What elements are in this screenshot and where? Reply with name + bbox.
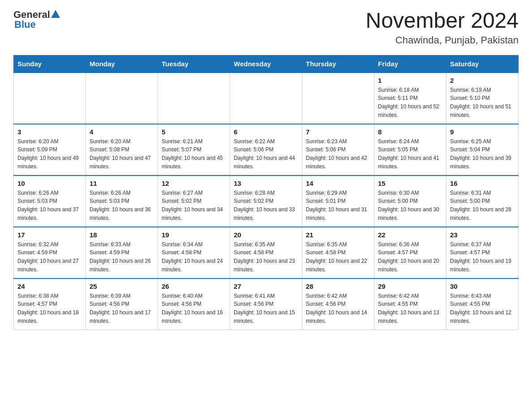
calendar-day-cell: 1Sunrise: 6:18 AMSunset: 5:11 PMDaylight… [374, 73, 446, 124]
calendar-day-cell: 22Sunrise: 6:36 AMSunset: 4:57 PMDayligh… [374, 227, 446, 278]
calendar-day-cell: 24Sunrise: 6:38 AMSunset: 4:57 PMDayligh… [14, 278, 86, 330]
calendar-week-row: 3Sunrise: 6:20 AMSunset: 5:09 PMDaylight… [14, 124, 519, 176]
calendar-day-cell: 10Sunrise: 6:26 AMSunset: 5:03 PMDayligh… [14, 176, 86, 227]
calendar-week-row: 17Sunrise: 6:32 AMSunset: 4:59 PMDayligh… [14, 227, 519, 278]
day-number: 7 [306, 128, 370, 136]
day-number: 12 [162, 180, 226, 187]
calendar-day-cell: 11Sunrise: 6:26 AMSunset: 5:03 PMDayligh… [86, 176, 158, 227]
calendar-table: SundayMondayTuesdayWednesdayThursdayFrid… [13, 55, 519, 330]
day-number: 21 [306, 231, 370, 239]
day-info: Sunrise: 6:26 AMSunset: 5:03 PMDaylight:… [17, 189, 82, 222]
calendar-day-cell: 12Sunrise: 6:27 AMSunset: 5:02 PMDayligh… [158, 176, 230, 227]
day-info: Sunrise: 6:42 AMSunset: 4:56 PMDaylight:… [306, 292, 370, 325]
day-info: Sunrise: 6:18 AMSunset: 5:11 PMDaylight:… [378, 86, 442, 119]
day-of-week-header: Friday [374, 55, 446, 73]
day-info: Sunrise: 6:28 AMSunset: 5:02 PMDaylight:… [234, 189, 298, 222]
calendar-body: 1Sunrise: 6:18 AMSunset: 5:11 PMDaylight… [14, 73, 519, 330]
day-info: Sunrise: 6:43 AMSunset: 4:55 PMDaylight:… [450, 292, 515, 325]
day-number: 2 [450, 77, 515, 84]
day-info: Sunrise: 6:30 AMSunset: 5:00 PMDaylight:… [378, 189, 442, 222]
day-number: 17 [17, 231, 82, 239]
day-of-week-header: Monday [86, 55, 158, 73]
calendar-day-cell: 6Sunrise: 6:22 AMSunset: 5:06 PMDaylight… [230, 124, 302, 176]
day-number: 23 [450, 231, 515, 239]
day-number: 20 [234, 231, 298, 239]
day-number: 27 [234, 283, 298, 290]
day-info: Sunrise: 6:26 AMSunset: 5:03 PMDaylight:… [90, 189, 154, 222]
day-number: 26 [162, 283, 226, 290]
day-info: Sunrise: 6:37 AMSunset: 4:57 PMDaylight:… [450, 240, 515, 274]
day-info: Sunrise: 6:42 AMSunset: 4:55 PMDaylight:… [378, 292, 442, 325]
calendar-day-cell: 19Sunrise: 6:34 AMSunset: 4:58 PMDayligh… [158, 227, 230, 278]
day-info: Sunrise: 6:34 AMSunset: 4:58 PMDaylight:… [162, 240, 226, 274]
calendar-day-cell: 17Sunrise: 6:32 AMSunset: 4:59 PMDayligh… [14, 227, 86, 278]
day-info: Sunrise: 6:20 AMSunset: 5:08 PMDaylight:… [90, 137, 154, 171]
title-block: November 2024 Chawinda, Punjab, Pakistan [365, 9, 519, 46]
calendar-day-cell: 30Sunrise: 6:43 AMSunset: 4:55 PMDayligh… [446, 278, 519, 330]
day-number: 6 [234, 128, 298, 136]
day-info: Sunrise: 6:35 AMSunset: 4:58 PMDaylight:… [306, 240, 370, 274]
calendar-day-cell: 18Sunrise: 6:33 AMSunset: 4:59 PMDayligh… [86, 227, 158, 278]
day-number: 13 [234, 180, 298, 187]
page-header: General Blue November 2024 Chawinda, Pun… [13, 9, 519, 46]
calendar-day-cell: 27Sunrise: 6:41 AMSunset: 4:56 PMDayligh… [230, 278, 302, 330]
calendar-day-cell: 21Sunrise: 6:35 AMSunset: 4:58 PMDayligh… [302, 227, 374, 278]
day-info: Sunrise: 6:19 AMSunset: 5:10 PMDaylight:… [450, 86, 515, 119]
day-info: Sunrise: 6:21 AMSunset: 5:07 PMDaylight:… [162, 137, 226, 171]
calendar-day-cell: 14Sunrise: 6:29 AMSunset: 5:01 PMDayligh… [302, 176, 374, 227]
calendar-day-cell [158, 73, 230, 124]
day-of-week-header: Saturday [446, 55, 519, 73]
day-number: 5 [162, 128, 226, 136]
calendar-day-cell: 20Sunrise: 6:35 AMSunset: 4:58 PMDayligh… [230, 227, 302, 278]
calendar-day-cell [14, 73, 86, 124]
calendar-day-cell: 4Sunrise: 6:20 AMSunset: 5:08 PMDaylight… [86, 124, 158, 176]
day-of-week-header: Thursday [302, 55, 374, 73]
day-info: Sunrise: 6:29 AMSunset: 5:01 PMDaylight:… [306, 189, 370, 222]
calendar-day-cell: 13Sunrise: 6:28 AMSunset: 5:02 PMDayligh… [230, 176, 302, 227]
calendar-day-cell: 29Sunrise: 6:42 AMSunset: 4:55 PMDayligh… [374, 278, 446, 330]
day-number: 29 [378, 283, 442, 290]
day-info: Sunrise: 6:38 AMSunset: 4:57 PMDaylight:… [17, 292, 82, 325]
day-info: Sunrise: 6:22 AMSunset: 5:06 PMDaylight:… [234, 137, 298, 171]
calendar-day-cell: 7Sunrise: 6:23 AMSunset: 5:06 PMDaylight… [302, 124, 374, 176]
day-info: Sunrise: 6:31 AMSunset: 5:00 PMDaylight:… [450, 189, 515, 222]
day-info: Sunrise: 6:32 AMSunset: 4:59 PMDaylight:… [17, 240, 82, 274]
calendar-day-cell [86, 73, 158, 124]
calendar-week-row: 1Sunrise: 6:18 AMSunset: 5:11 PMDaylight… [14, 73, 519, 124]
calendar-week-row: 10Sunrise: 6:26 AMSunset: 5:03 PMDayligh… [14, 176, 519, 227]
day-number: 1 [378, 77, 442, 84]
calendar-day-cell: 9Sunrise: 6:25 AMSunset: 5:04 PMDaylight… [446, 124, 519, 176]
day-number: 9 [450, 128, 515, 136]
logo-blue-text: Blue [14, 19, 36, 30]
day-number: 14 [306, 180, 370, 187]
header-row: SundayMondayTuesdayWednesdayThursdayFrid… [14, 55, 519, 73]
day-number: 22 [378, 231, 442, 239]
calendar-day-cell: 16Sunrise: 6:31 AMSunset: 5:00 PMDayligh… [446, 176, 519, 227]
day-number: 16 [450, 180, 515, 187]
day-number: 18 [90, 231, 154, 239]
day-info: Sunrise: 6:25 AMSunset: 5:04 PMDaylight:… [450, 137, 515, 171]
page-title: November 2024 [365, 9, 519, 33]
day-info: Sunrise: 6:36 AMSunset: 4:57 PMDaylight:… [378, 240, 442, 274]
calendar-day-cell: 26Sunrise: 6:40 AMSunset: 4:56 PMDayligh… [158, 278, 230, 330]
day-number: 3 [17, 128, 82, 136]
day-number: 15 [378, 180, 442, 187]
calendar-day-cell: 3Sunrise: 6:20 AMSunset: 5:09 PMDaylight… [14, 124, 86, 176]
day-of-week-header: Sunday [14, 55, 86, 73]
logo: General Blue [13, 9, 60, 30]
calendar-day-cell: 5Sunrise: 6:21 AMSunset: 5:07 PMDaylight… [158, 124, 230, 176]
day-info: Sunrise: 6:35 AMSunset: 4:58 PMDaylight:… [234, 240, 298, 274]
day-of-week-header: Wednesday [230, 55, 302, 73]
calendar-day-cell: 28Sunrise: 6:42 AMSunset: 4:56 PMDayligh… [302, 278, 374, 330]
calendar-day-cell: 15Sunrise: 6:30 AMSunset: 5:00 PMDayligh… [374, 176, 446, 227]
day-number: 10 [17, 180, 82, 187]
calendar-day-cell: 25Sunrise: 6:39 AMSunset: 4:56 PMDayligh… [86, 278, 158, 330]
day-number: 24 [17, 283, 82, 290]
calendar-week-row: 24Sunrise: 6:38 AMSunset: 4:57 PMDayligh… [14, 278, 519, 330]
day-info: Sunrise: 6:39 AMSunset: 4:56 PMDaylight:… [90, 292, 154, 325]
page-subtitle: Chawinda, Punjab, Pakistan [365, 34, 519, 46]
calendar-day-cell [302, 73, 374, 124]
day-number: 8 [378, 128, 442, 136]
day-info: Sunrise: 6:27 AMSunset: 5:02 PMDaylight:… [162, 189, 226, 222]
logo-triangle-icon [51, 10, 60, 18]
